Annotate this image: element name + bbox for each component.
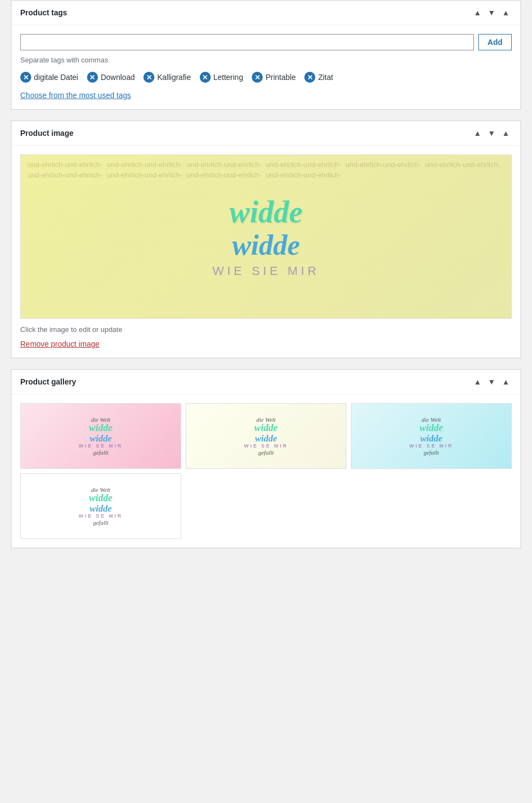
- remove-tag-kalligrafie-button[interactable]: ✕: [143, 72, 154, 83]
- list-item: ✕ Kalligrafie: [143, 72, 190, 83]
- tag-label: Zitat: [318, 73, 333, 82]
- list-item: ✕ Zitat: [304, 72, 333, 83]
- tag-label: digitale Datei: [34, 73, 78, 82]
- product-image-panel: Product image ▲ ▼ ▲ und-ehrlich-und-ehrl…: [11, 121, 521, 358]
- mini-calli-4: die Welt widde widde WIE SE MIR gefallt: [79, 486, 123, 526]
- product-image-placeholder: und-ehrlich-und-ehrlich- und-ehrlich-und…: [21, 155, 511, 318]
- collapse-down-button[interactable]: ▼: [485, 376, 498, 387]
- move-up-button[interactable]: ▲: [500, 7, 512, 18]
- product-tags-panel: Product tags ▲ ▼ ▲ Add Separate tags wit…: [11, 0, 521, 110]
- mini-calli-3: die Welt widde widde WIE SE MIR gefallt: [409, 416, 454, 456]
- list-item: ✕ digitale Datei: [20, 72, 78, 83]
- collapse-down-button[interactable]: ▼: [485, 7, 498, 18]
- choose-most-used-tags-link[interactable]: Choose from the most used tags: [20, 91, 131, 100]
- move-up-button[interactable]: ▲: [500, 376, 512, 387]
- product-tags-title: Product tags: [20, 8, 67, 17]
- product-image-header: Product image ▲ ▼ ▲: [11, 121, 521, 146]
- tag-label: Lettering: [213, 73, 243, 82]
- remove-icon: ✕: [143, 72, 154, 83]
- product-tags-header: Product tags ▲ ▼ ▲: [11, 1, 521, 25]
- tag-label: Kalligrafie: [157, 73, 190, 82]
- product-image-body: und-ehrlich-und-ehrlich- und-ehrlich-und…: [11, 146, 521, 358]
- move-up-button[interactable]: ▲: [500, 128, 512, 139]
- calligraphy-overlay: widde widde WIE SIE MIR: [212, 196, 320, 278]
- tags-container: ✕ digitale Datei ✕ Download ✕: [20, 72, 512, 83]
- product-tags-body: Add Separate tags with commas ✕ digitale…: [11, 25, 521, 109]
- gallery-thumbnail-2[interactable]: die Welt widde widde WIE SE MIR gefallt: [186, 403, 346, 469]
- remove-icon: ✕: [87, 72, 98, 83]
- remove-icon: ✕: [304, 72, 315, 83]
- add-tag-button[interactable]: Add: [478, 34, 512, 50]
- remove-product-image-link[interactable]: Remove product image: [20, 340, 100, 348]
- product-image-clickable[interactable]: und-ehrlich-und-ehrlich- und-ehrlich-und…: [20, 154, 512, 319]
- collapse-down-button[interactable]: ▼: [485, 128, 498, 139]
- remove-icon: ✕: [20, 72, 31, 83]
- collapse-up-button[interactable]: ▲: [471, 376, 483, 387]
- image-hint: Click the image to edit or update: [20, 325, 512, 334]
- calli-subtitle-text: WIE SIE MIR: [212, 263, 320, 278]
- panel-controls: ▲ ▼ ▲: [471, 128, 512, 139]
- remove-icon: ✕: [252, 72, 263, 83]
- tag-hint: Separate tags with commas: [20, 56, 512, 64]
- mini-calli-2: die Welt widde widde WIE SE MIR gefallt: [244, 416, 288, 456]
- list-item: ✕ Printable: [252, 72, 296, 83]
- tag-label: Printable: [265, 73, 296, 82]
- gallery-thumbnail-1[interactable]: die Welt widde widde WIE SE MIR gefallt: [20, 403, 181, 469]
- gallery-grid: die Welt widde widde WIE SE MIR gefallt …: [20, 403, 512, 539]
- panel-controls: ▲ ▼ ▲: [471, 7, 512, 18]
- remove-tag-printable-button[interactable]: ✕: [252, 72, 263, 83]
- remove-tag-download-button[interactable]: ✕: [87, 72, 98, 83]
- remove-tag-zitat-button[interactable]: ✕: [304, 72, 315, 83]
- calli-bottom-text: widde: [212, 229, 320, 260]
- remove-tag-lettering-button[interactable]: ✕: [200, 72, 211, 83]
- mini-calli-1: die Welt widde widde WIE SE MIR gefallt: [79, 416, 123, 456]
- remove-tag-digitale-datei-button[interactable]: ✕: [20, 72, 31, 83]
- collapse-up-button[interactable]: ▲: [471, 128, 483, 139]
- product-gallery-panel: Product gallery ▲ ▼ ▲ die Welt widde wid…: [11, 369, 521, 548]
- tag-label: Download: [101, 73, 135, 82]
- tag-input[interactable]: [20, 34, 474, 50]
- remove-icon: ✕: [200, 72, 211, 83]
- list-item: ✕ Download: [87, 72, 135, 83]
- tag-input-row: Add: [20, 34, 512, 50]
- gallery-thumbnail-3[interactable]: die Welt widde widde WIE SE MIR gefallt: [351, 403, 512, 469]
- calli-top-text: widde: [212, 196, 320, 230]
- collapse-up-button[interactable]: ▲: [471, 7, 483, 18]
- panel-controls: ▲ ▼ ▲: [471, 376, 512, 387]
- product-gallery-title: Product gallery: [20, 377, 76, 386]
- product-gallery-header: Product gallery ▲ ▼ ▲: [11, 370, 521, 394]
- product-gallery-body: die Welt widde widde WIE SE MIR gefallt …: [11, 394, 521, 548]
- product-image-container: und-ehrlich-und-ehrlich- und-ehrlich-und…: [20, 154, 512, 319]
- product-image-title: Product image: [20, 129, 73, 137]
- list-item: ✕ Lettering: [200, 72, 243, 83]
- gallery-thumbnail-4[interactable]: die Welt widde widde WIE SE MIR gefallt: [20, 473, 181, 539]
